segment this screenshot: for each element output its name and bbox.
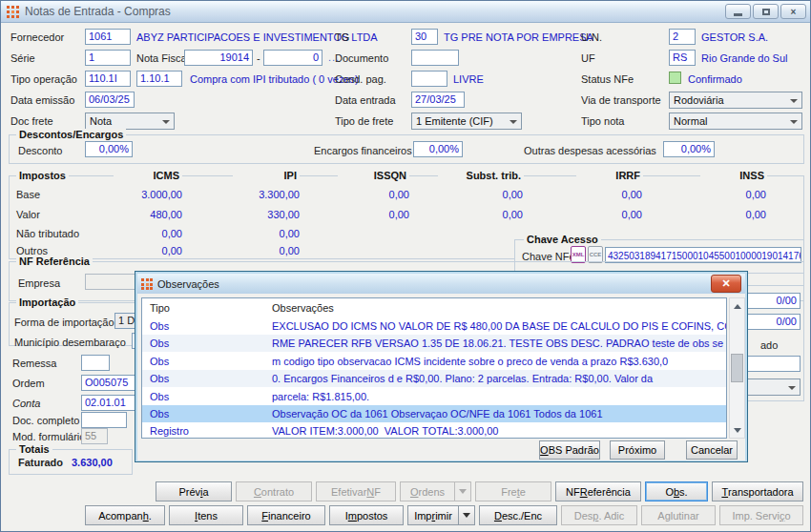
- financeiro-button[interactable]: Financeiro: [247, 505, 325, 525]
- col-irrf: IRRF: [576, 170, 643, 182]
- tipo-operacao-code1-input[interactable]: 110.1I: [85, 71, 131, 87]
- obs-row[interactable]: RegistroVALOR ITEM:3.000,00 VALOR TOTAL:…: [142, 422, 726, 439]
- dialog-close-button[interactable]: ✕: [711, 275, 741, 293]
- obs-row[interactable]: Obsparcela: R$1.815,00.: [142, 388, 726, 405]
- previa-button[interactable]: Prévia: [156, 481, 232, 501]
- fornecedor-label: Fornecedor: [10, 31, 64, 44]
- chevron-down-icon: [790, 120, 798, 128]
- ordem-input[interactable]: O005075: [81, 375, 136, 391]
- obs-row[interactable]: ObsRME PARECER RFB VERSAO 1.35 DE 18.06.…: [142, 335, 726, 352]
- empresa-label: Empresa: [18, 276, 60, 290]
- tg-label: TG: [335, 31, 349, 44]
- municipio-desembaraco-label: Município desembaraço: [14, 336, 126, 349]
- obs-row-selected[interactable]: ObsObservação OC da 1061 Observaçao OC/N…: [142, 405, 726, 422]
- observacoes-list[interactable]: Tipo Observações ObsEXCLUSAO DO ICMS NO …: [141, 297, 727, 439]
- cancelar-button[interactable]: Cancelar: [686, 440, 738, 460]
- itens-button[interactable]: Itens: [169, 505, 243, 525]
- dropdown-arrow-icon: [463, 513, 470, 522]
- imposto-value: 0,00: [333, 208, 409, 221]
- minimize-icon: [734, 13, 742, 16]
- imposto-value: 0,00: [106, 244, 182, 257]
- doc-frete-select[interactable]: Nota: [85, 113, 175, 130]
- conta-input[interactable]: 02.01.01: [81, 395, 136, 411]
- documento-input[interactable]: [411, 50, 459, 66]
- proximo-button[interactable]: Próximo: [610, 440, 665, 460]
- maximize-button[interactable]: [753, 4, 779, 19]
- imposto-row-label: Valor: [16, 208, 40, 221]
- imp-servico-button[interactable]: Imp. Serviço: [719, 505, 803, 525]
- tg-input[interactable]: 30: [411, 29, 438, 45]
- obs-padrao-button[interactable]: OBS Padrão: [539, 440, 600, 460]
- desp-adic-button[interactable]: Desp. Adic: [561, 505, 637, 525]
- tipo-frete-select[interactable]: 1 Emitente (CIF): [411, 113, 522, 130]
- forma-importacao-label: Forma de importação: [14, 316, 114, 329]
- ordens-dropdown-button[interactable]: [454, 481, 471, 501]
- imprimir-dropdown-button[interactable]: [458, 505, 475, 525]
- imposto-value: 0,00: [566, 188, 642, 201]
- transportadora-button[interactable]: Transportadora: [712, 481, 803, 501]
- frete-button[interactable]: Frete: [475, 481, 551, 501]
- list-scrollbar[interactable]: [729, 297, 745, 439]
- acompanh-button[interactable]: Acompanh.: [85, 505, 165, 525]
- fornecedor-input[interactable]: 1061: [85, 29, 131, 45]
- scrollbar-thumb[interactable]: [731, 354, 743, 382]
- obs-row[interactable]: Obs0. Encargos Financeiros d e R$0,00. P…: [142, 370, 726, 387]
- outras-despesas-input[interactable]: 0,00%: [663, 141, 715, 157]
- outras-despesas-label: Outras despesas acessórias: [524, 144, 656, 157]
- imprimir-button[interactable]: Imprimir: [407, 505, 459, 525]
- data-entrada-label: Data entrada: [335, 93, 396, 107]
- tipo-frete-label: Tipo de frete: [335, 114, 393, 128]
- uf-input[interactable]: RS: [669, 50, 696, 66]
- via-transporte-label: Via de transporte: [581, 93, 661, 107]
- totais-group-title: Totais: [16, 443, 52, 456]
- un-input[interactable]: 2: [669, 29, 696, 45]
- imposto-value: 0,00: [223, 227, 300, 240]
- close-button[interactable]: ×: [780, 4, 806, 19]
- desconto-input[interactable]: 0,00%: [85, 141, 133, 157]
- status-nfe-label: Status NFe: [581, 72, 634, 86]
- nota-fiscal-sufixo-input[interactable]: 0: [263, 50, 322, 66]
- tipo-nota-select[interactable]: Normal: [669, 113, 802, 130]
- remessa-input[interactable]: [81, 355, 110, 371]
- mod-formulario-input[interactable]: 55: [81, 428, 108, 444]
- efetivar-nf-button[interactable]: Efetivar NF: [316, 481, 396, 501]
- observacoes-dialog-titlebar[interactable]: Observações ✕: [137, 274, 745, 294]
- scroll-down-button[interactable]: [730, 423, 744, 438]
- imposto-value: 0,00: [566, 208, 642, 221]
- cond-pag-input[interactable]: [411, 71, 447, 87]
- documento-label: Documento: [335, 51, 388, 65]
- descontos-group-title: Descontos/Encargos: [16, 129, 126, 141]
- contrato-button[interactable]: Contrato: [236, 481, 312, 501]
- cond-pag-desc: LIVRE: [453, 72, 484, 86]
- doc-completo-input[interactable]: [81, 412, 127, 428]
- imposto-value: 0,00: [690, 188, 766, 201]
- imposto-value: 0,00: [447, 188, 523, 201]
- scroll-up-button[interactable]: [730, 298, 744, 313]
- tipo-operacao-code2-input[interactable]: 1.10.1: [136, 71, 182, 87]
- encargos-input[interactable]: 0,00%: [413, 141, 463, 157]
- ordens-button[interactable]: Ordens: [400, 481, 455, 501]
- arrow-down-icon: [734, 428, 741, 437]
- data-emissao-label: Data emissão: [10, 93, 74, 107]
- nota-fiscal-numero-input[interactable]: 19014: [184, 50, 253, 66]
- data-entrada-input[interactable]: 27/03/25: [411, 92, 465, 108]
- col-subst-trib: Subst. trib.: [438, 170, 524, 182]
- col-ipi: IPI: [233, 170, 300, 182]
- obs-button[interactable]: Obs.: [645, 481, 708, 501]
- data-emissao-input[interactable]: 06/03/25: [85, 92, 135, 108]
- impostos-button[interactable]: Impostos: [329, 505, 404, 525]
- cond-pag-label: Cond. pag.: [335, 72, 386, 86]
- serie-input[interactable]: 1: [85, 50, 131, 66]
- col-observacoes-header: Observações: [272, 300, 334, 317]
- imposto-value: 0,00: [690, 208, 766, 221]
- obs-row[interactable]: Obsm codigo tipo observacao ICMS inciden…: [142, 353, 726, 370]
- desc-enc-button[interactable]: Desc./Enc: [479, 505, 557, 525]
- window-titlebar[interactable]: Notas de Entrada - Compras ×: [1, 1, 811, 23]
- imposto-row-label: Não tributado: [16, 227, 79, 240]
- minimize-button[interactable]: [725, 4, 751, 19]
- obs-row[interactable]: ObsEXCLUSAO DO ICMS NO VALOR DE R$ 480,0…: [142, 317, 726, 335]
- tg-desc: TG PRE NOTA POR EMPRESA: [444, 31, 593, 44]
- aglutinar-button[interactable]: Aglutinar: [641, 505, 716, 525]
- via-transporte-select[interactable]: Rodoviária: [669, 92, 802, 109]
- nf-referencia-button[interactable]: NF Referência: [555, 481, 641, 501]
